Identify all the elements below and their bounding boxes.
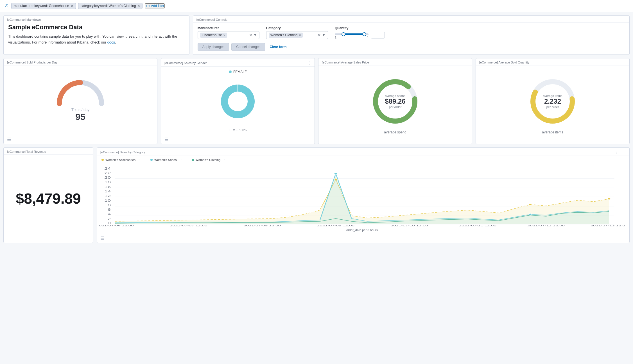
filter-chip-manufacturer-label: manufacturer.keyword: Gnomehouse [14, 4, 69, 8]
sales-category-bottom-icon[interactable]: ☰ [97, 234, 629, 243]
sales-gender-menu-icon[interactable]: ⋮ [307, 61, 311, 65]
svg-text:20: 20 [104, 176, 111, 179]
svg-text:22: 22 [104, 171, 111, 175]
gauge-sublabel: Trxns / day [71, 108, 89, 112]
svg-text:18: 18 [104, 180, 111, 184]
svg-text:2021-07-12 12:00: 2021-07-12 12:00 [527, 224, 565, 227]
markdown-heading: Sample eCommerce Data [8, 24, 185, 31]
gauge-label: Trxns / day 95 [71, 108, 89, 122]
female-legend-label: FEMALE [233, 70, 247, 74]
filter-chip-category-label: category.keyword: Women's Clothing [81, 4, 136, 8]
avg-qty-caption: average items [542, 130, 563, 134]
cancel-changes-button[interactable]: Cancel changes [231, 43, 265, 51]
quantity-control: Quantity 1 4 [335, 26, 385, 39]
gauge-value: 95 [71, 112, 89, 122]
controls-row: Manufacturer Gnomehouse ✕ ✕ ▼ Category [198, 26, 625, 39]
svg-point-32 [529, 213, 532, 215]
avg-qty-bottom-label: per order [543, 105, 562, 109]
svg-text:2: 2 [108, 217, 111, 220]
avg-sales-price-body: average spend $89.26 per order average s… [318, 65, 472, 144]
legend-shoes: Women's Shoes ⋮ [150, 158, 183, 162]
gauge-chart [55, 78, 106, 106]
quantity-max-input[interactable] [371, 32, 385, 38]
manufacturer-chip-remove-icon[interactable]: ✕ [223, 34, 225, 37]
markdown-panel: [eCommerce] Markdown Sample eCommerce Da… [3, 15, 189, 55]
avg-qty-center: average items 2.232 per order [543, 94, 562, 109]
category-combobox[interactable]: Women's Clothing ✕ ✕ ▼ [266, 31, 328, 39]
sales-category-header: [eCommerce] Sales by Category ⋮⋮⋮ [97, 148, 629, 156]
avg-sales-price-panel: [eCommerce] Average Sales Price average … [318, 58, 472, 144]
quantity-slider-wrap: 1 4 [335, 31, 385, 39]
avg-qty-top-label: average items [543, 94, 562, 97]
avg-price-caption: average spend [384, 130, 406, 134]
quantity-slider-track[interactable] [335, 33, 369, 35]
legend-accessories: Women's Accessories ⋮ [101, 158, 141, 162]
manufacturer-chip: Gnomehouse ✕ [200, 33, 227, 38]
manufacturer-clear-icon[interactable]: ✕ [249, 33, 252, 37]
add-filter-button[interactable]: + + Add filter [145, 3, 165, 8]
svg-text:2021-07-06 12:00: 2021-07-06 12:00 [99, 224, 134, 227]
category-chip-remove-icon[interactable]: ✕ [299, 34, 301, 37]
category-dropdown-icon[interactable]: ▼ [322, 33, 325, 37]
svg-text:24: 24 [104, 167, 111, 170]
female-bottom-percent: 100% [239, 128, 247, 132]
accessories-legend-dot [101, 159, 104, 161]
sales-category-menu-icon[interactable]: ⋮⋮⋮ [614, 150, 626, 154]
manufacturer-dropdown-icon[interactable]: ▼ [254, 33, 257, 37]
avg-sold-qty-header: [eCommerce] Average Sold Quantity [476, 58, 629, 65]
sales-gender-panel: [eCommerce] Sales by Gender ⋮ FEMALE [161, 58, 315, 144]
controls-body: Manufacturer Gnomehouse ✕ ✕ ▼ Category [193, 23, 629, 54]
controls-panel-title: [eCommerce] Controls [193, 16, 629, 23]
docs-link[interactable]: docs [107, 40, 115, 44]
category-control: Category Women's Clothing ✕ ✕ ▼ [266, 26, 328, 39]
avg-price-value: $89.26 [385, 97, 405, 105]
total-revenue-title: [eCommerce] Total Revenue [4, 148, 93, 155]
quantity-max-label: 4 [367, 36, 369, 39]
shoes-menu-icon[interactable]: ⋮ [180, 158, 183, 162]
row-top: [eCommerce] Markdown Sample eCommerce Da… [3, 15, 630, 55]
svg-text:2021-07-09 12:00: 2021-07-09 12:00 [317, 224, 354, 227]
apply-changes-button[interactable]: Apply changes [198, 43, 229, 51]
clothing-menu-icon[interactable]: ⋮ [223, 158, 226, 162]
category-clear-icon[interactable]: ✕ [318, 33, 321, 37]
total-revenue-panel: [eCommerce] Total Revenue $8,479.89 [3, 147, 93, 243]
sold-products-bottom-icon[interactable]: ☰ [4, 135, 157, 144]
category-chip: Women's Clothing ✕ [269, 33, 303, 38]
row-metrics: [eCommerce] Sold Products per Day Trxns … [3, 58, 630, 144]
remove-category-filter-icon[interactable]: ✕ [137, 4, 140, 8]
sold-products-body: Trxns / day 95 [4, 65, 157, 135]
svg-text:12: 12 [104, 194, 111, 197]
avg-sold-qty-title: [eCommerce] Average Sold Quantity [479, 61, 529, 64]
svg-marker-27 [115, 174, 609, 224]
manufacturer-chip-value: Gnomehouse [202, 33, 222, 37]
female-bottom-label: FEM... [229, 128, 238, 132]
svg-text:2021-07-13 12:00: 2021-07-13 12:00 [591, 224, 625, 227]
avg-price-donut: average spend $89.26 per order [369, 75, 422, 128]
shoes-legend-label: Women's Shoes [154, 158, 177, 161]
sales-category-legend: Women's Accessories ⋮ Women's Shoes ⋮ Wo… [97, 156, 629, 163]
quantity-slider-thumb-left[interactable] [342, 32, 345, 36]
svg-text:4: 4 [108, 212, 111, 216]
svg-point-31 [334, 173, 337, 174]
quantity-slider-thumb-right[interactable] [362, 32, 366, 36]
category-label: Category [266, 26, 328, 30]
remove-manufacturer-filter-icon[interactable]: ✕ [71, 4, 73, 8]
quantity-min-label: 1 [335, 36, 336, 39]
revenue-body: $8,479.89 [4, 155, 93, 243]
sold-products-title: [eCommerce] Sold Products per Day [4, 58, 157, 65]
manufacturer-control: Manufacturer Gnomehouse ✕ ✕ ▼ [198, 26, 259, 39]
shoes-legend-dot [150, 159, 153, 161]
row-bottom: [eCommerce] Total Revenue $8,479.89 [eCo… [3, 147, 630, 243]
manufacturer-combobox[interactable]: Gnomehouse ✕ ✕ ▼ [198, 31, 259, 39]
svg-text:8: 8 [108, 203, 111, 207]
sales-category-title: [eCommerce] Sales by Category [100, 151, 145, 154]
accessories-menu-icon[interactable]: ⋮ [138, 158, 141, 162]
time-filter-icon[interactable]: ⏲ [4, 3, 9, 8]
clear-form-button[interactable]: Clear form [268, 43, 289, 51]
sales-gender-body: FEMALE FEM... 100% [161, 67, 315, 135]
svg-text:2021-07-10 12:00: 2021-07-10 12:00 [391, 224, 428, 227]
svg-text:10: 10 [104, 199, 111, 202]
quantity-slider-labels: 1 4 [335, 36, 369, 39]
x-axis-label: order_date per 3 hours [99, 228, 625, 232]
sales-gender-bottom-icon[interactable]: ☰ [161, 135, 315, 144]
